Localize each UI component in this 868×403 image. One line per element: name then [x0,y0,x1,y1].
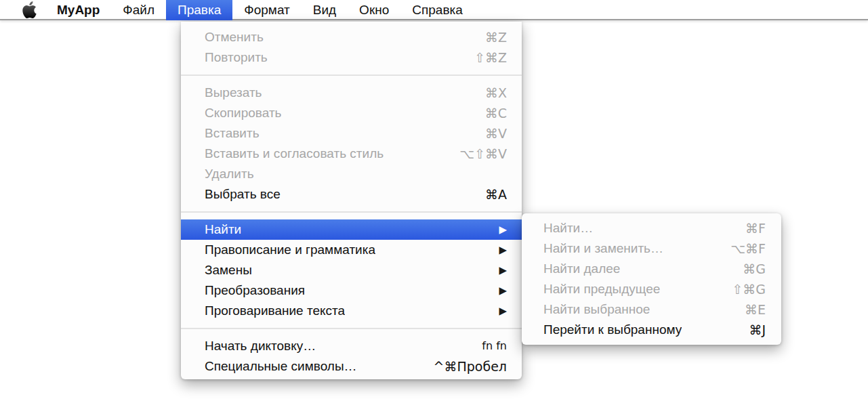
menubar-item-app-menu[interactable]: MyApp [45,0,111,20]
menu-item-label: Скопировать [205,103,281,123]
find-submenu-list: Найти…⌘FНайти и заменить…⌥⌘FНайти далее⌘… [522,218,781,340]
menu-item-label: Вставить [205,123,260,144]
find-submenu-dropdown: Найти…⌘FНайти и заменить…⌥⌘FНайти далее⌘… [522,213,781,345]
menubar-item-label: Файл [123,0,154,20]
menu-item-special-characters[interactable]: Специальные символы…^⌘Пробел [181,356,522,377]
submenu-arrow-icon: ▶ [499,280,507,301]
menu-item-shortcut: ⌘Z [485,27,507,47]
menu-item-find-previous: Найти предыдущее⇧⌘G [522,279,781,299]
menu-item-label: Найти [205,219,241,240]
menu-item-label: Проговаривание текста [205,301,345,321]
menu-item-paste-match-style: Вставить и согласовать стиль⌥⇧⌘V [181,144,522,164]
menu-item-shortcut: ⇧⌘G [732,279,766,299]
menu-item-find-replace: Найти и заменить…⌥⌘F [522,238,781,259]
menu-item-shortcut: ⌘F [745,218,766,238]
menu-item-shortcut: ^⌘Пробел [434,356,507,377]
menubar: MyAppФайлПравкаФорматВидОкноСправка [0,0,868,20]
submenu-arrow-icon: ▶ [499,240,507,260]
menu-item-jump-to-selection[interactable]: Перейти к выбранному⌘J [522,320,781,340]
menu-item-shortcut: ⌘C [485,103,507,123]
menu-item-select-all[interactable]: Выбрать все⌘A [181,184,522,205]
menu-item-shortcut: ⌘A [485,184,507,205]
menu-item-label: Вырезать [205,83,262,103]
menubar-item-window-menu[interactable]: Окно [348,0,400,20]
menu-item-label: Начать диктовку… [205,336,316,356]
menu-item-copy: Скопировать⌘C [181,103,522,123]
submenu-arrow-icon: ▶ [499,260,507,280]
menu-item-shortcut: ⌘G [743,259,766,279]
menu-item-label: Повторить [205,47,268,68]
menu-item-label: Найти и заменить… [543,238,663,259]
menubar-item-file-menu[interactable]: Файл [111,0,166,20]
menu-item-delete: Удалить [181,164,522,184]
menu-separator [181,75,522,76]
menubar-item-label: Справка [412,0,463,20]
menu-item-find-dialog: Найти…⌘F [522,218,781,238]
menu-item-find-next: Найти далее⌘G [522,259,781,279]
menu-item-shortcut: ⇧⌘Z [474,47,507,68]
menu-item-label: Найти выбранное [543,299,650,320]
menu-item-redo: Повторить⇧⌘Z [181,47,522,68]
edit-menu-list: Отменить⌘ZПовторить⇧⌘ZВырезать⌘XСкопиров… [181,27,522,377]
menu-item-find-selection: Найти выбранное⌘E [522,299,781,320]
menu-item-label: Найти далее [543,259,620,279]
menu-item-shortcut: ⌘J [749,320,766,340]
menubar-item-label: MyApp [57,0,100,20]
menu-item-label: Найти… [543,218,593,238]
edit-menu-dropdown: Отменить⌘ZПовторить⇧⌘ZВырезать⌘XСкопиров… [181,22,522,379]
menu-item-paste: Вставить⌘V [181,123,522,144]
menu-item-label: Правописание и грамматика [205,240,375,260]
menu-item-label: Удалить [205,164,254,184]
menubar-item-help-menu[interactable]: Справка [400,0,474,20]
menu-item-shortcut: ⌘V [485,123,507,144]
menu-item-shortcut: ⌥⌘F [730,238,766,259]
menu-item-label: Отменить [205,27,264,47]
menu-item-find[interactable]: Найти▶ [181,219,522,240]
apple-icon [22,1,37,18]
menu-item-label: Замены [205,260,252,280]
menu-item-label: Специальные символы… [205,356,357,377]
menu-item-speech[interactable]: Проговаривание текста▶ [181,301,522,321]
menu-item-shortcut: ⌥⇧⌘V [459,144,507,164]
menu-item-undo: Отменить⌘Z [181,27,522,47]
menubar-item-format-menu[interactable]: Формат [232,0,302,20]
menubar-item-label: Окно [359,0,389,20]
menu-item-transformations[interactable]: Преобразования▶ [181,280,522,301]
menu-item-shortcut: ⌘E [745,299,766,320]
menu-item-label: Найти предыдущее [543,279,660,299]
menubar-item-view-menu[interactable]: Вид [302,0,348,20]
submenu-arrow-icon: ▶ [499,301,507,321]
menubar-items: MyAppФайлПравкаФорматВидОкноСправка [45,0,474,19]
submenu-arrow-icon: ▶ [499,219,507,240]
menu-separator [181,328,522,329]
menu-item-label: Преобразования [205,280,305,301]
menu-item-shortcut: ⌘X [485,83,507,103]
menu-item-label: Перейти к выбранному [543,320,682,340]
menu-item-label: Выбрать все [205,184,281,205]
menu-item-substitutions[interactable]: Замены▶ [181,260,522,280]
menu-item-cut: Вырезать⌘X [181,83,522,103]
menu-item-spelling-grammar[interactable]: Правописание и грамматика▶ [181,240,522,260]
menubar-item-edit-menu[interactable]: Правка [166,0,232,20]
menu-item-label: Вставить и согласовать стиль [205,144,384,164]
menubar-item-label: Формат [244,0,290,20]
menu-item-shortcut: fn fn [482,336,507,356]
menubar-item-label: Вид [313,0,336,20]
menubar-item-label: Правка [178,0,221,20]
menu-item-start-dictation[interactable]: Начать диктовку…fn fn [181,336,522,356]
apple-menu[interactable] [13,0,45,19]
menu-separator [181,211,522,213]
